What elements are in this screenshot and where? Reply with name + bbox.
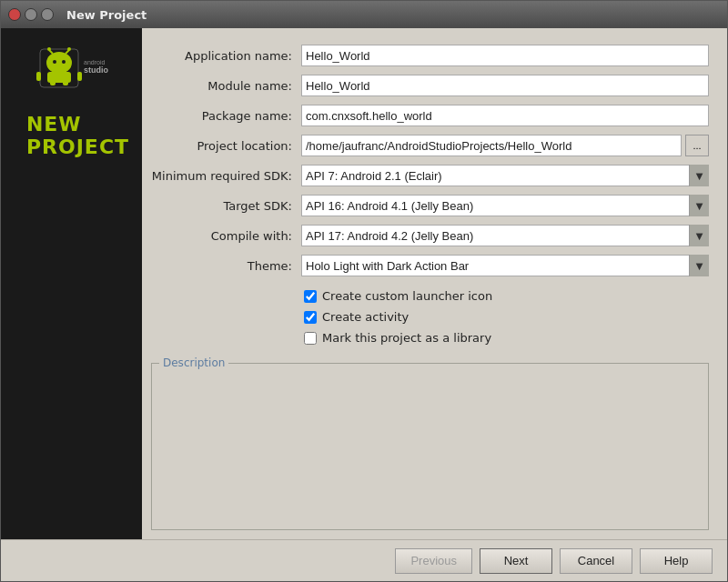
description-box: Description <box>151 363 709 530</box>
svg-point-3 <box>47 47 51 51</box>
previous-button[interactable]: Previous <box>395 548 472 574</box>
svg-point-5 <box>67 47 71 51</box>
package-name-input[interactable] <box>301 105 709 126</box>
create-activity-row: Create activity <box>304 310 709 324</box>
library-row: Mark this project as a library <box>304 331 709 345</box>
library-checkbox[interactable] <box>304 332 317 345</box>
svg-point-7 <box>62 60 66 64</box>
next-button[interactable]: Next <box>480 548 552 574</box>
svg-point-1 <box>46 52 72 74</box>
close-button[interactable] <box>8 8 21 21</box>
package-name-label: Package name: <box>151 109 301 123</box>
min-sdk-select[interactable]: API 7: Android 2.1 (Eclair) API 8: Andro… <box>301 165 709 186</box>
titlebar-buttons <box>8 8 54 21</box>
svg-rect-12 <box>77 72 82 81</box>
theme-label: Theme: <box>151 259 301 273</box>
library-checkbox-label[interactable]: Mark this project as a library <box>322 331 491 345</box>
target-sdk-select[interactable]: API 16: Android 4.1 (Jelly Bean) API 17:… <box>301 195 709 216</box>
app-name-label: Application name: <box>151 49 301 63</box>
minimize-button[interactable] <box>25 8 37 21</box>
target-sdk-wrapper: API 16: Android 4.1 (Jelly Bean) API 17:… <box>301 195 709 216</box>
help-button[interactable]: Help <box>640 548 713 574</box>
android-studio-logo: android studio <box>31 45 113 95</box>
project-location-row: ... <box>301 135 709 156</box>
package-name-row <box>301 105 709 126</box>
launcher-icon-row: Create custom launcher icon <box>304 289 709 303</box>
launcher-icon-checkbox[interactable] <box>304 290 317 303</box>
window-title: New Project <box>66 8 147 22</box>
create-activity-checkbox-label[interactable]: Create activity <box>322 310 409 324</box>
module-name-row <box>301 75 709 96</box>
theme-wrapper: Holo Light with Dark Action Bar Holo Lig… <box>301 255 709 276</box>
project-location-label: Project location: <box>151 139 301 153</box>
titlebar: New Project <box>1 1 727 28</box>
svg-rect-10 <box>63 81 68 85</box>
svg-rect-11 <box>36 72 41 81</box>
min-sdk-wrapper: API 7: Android 2.1 (Eclair) API 8: Andro… <box>301 165 709 186</box>
create-activity-checkbox[interactable] <box>304 311 317 324</box>
cancel-button[interactable]: Cancel <box>560 548 632 574</box>
compile-wrapper: API 17: Android 4.2 (Jelly Bean) API 16:… <box>301 225 709 246</box>
compile-row: API 17: Android 4.2 (Jelly Bean) API 16:… <box>301 225 709 246</box>
project-location-input[interactable] <box>301 135 682 156</box>
compile-label: Compile with: <box>151 229 301 243</box>
theme-row: Holo Light with Dark Action Bar Holo Lig… <box>301 255 709 276</box>
checkboxes-area: Create custom launcher icon Create activ… <box>151 289 709 345</box>
svg-text:android: android <box>84 59 105 65</box>
form-area: Application name: Module name: Package n… <box>142 28 727 539</box>
new-project-label: NEW PROJECT <box>14 113 129 159</box>
new-project-window: New Project <box>0 0 728 582</box>
theme-select[interactable]: Holo Light with Dark Action Bar Holo Lig… <box>301 255 709 276</box>
description-legend: Description <box>159 356 228 369</box>
form-grid: Application name: Module name: Package n… <box>151 45 709 276</box>
svg-rect-9 <box>50 81 56 85</box>
compile-select[interactable]: API 17: Android 4.2 (Jelly Bean) API 16:… <box>301 225 709 246</box>
app-name-input[interactable] <box>301 45 709 66</box>
min-sdk-row: API 7: Android 2.1 (Eclair) API 8: Andro… <box>301 165 709 186</box>
content-area: android studio NEW PROJECT Application n… <box>1 28 727 539</box>
launcher-icon-checkbox-label[interactable]: Create custom launcher icon <box>322 289 492 303</box>
target-sdk-row: API 16: Android 4.1 (Jelly Bean) API 17:… <box>301 195 709 216</box>
target-sdk-label: Target SDK: <box>151 199 301 213</box>
module-name-input[interactable] <box>301 75 709 96</box>
svg-text:studio: studio <box>84 65 108 75</box>
maximize-button[interactable] <box>41 8 54 21</box>
module-name-label: Module name: <box>151 79 301 93</box>
svg-point-6 <box>53 60 56 64</box>
browse-button[interactable]: ... <box>685 135 709 156</box>
bottom-bar: Previous Next Cancel Help <box>1 539 727 581</box>
sidebar: android studio NEW PROJECT <box>1 28 142 539</box>
min-sdk-label: Minimum required SDK: <box>151 169 301 183</box>
svg-rect-8 <box>47 72 71 83</box>
app-name-row <box>301 45 709 66</box>
